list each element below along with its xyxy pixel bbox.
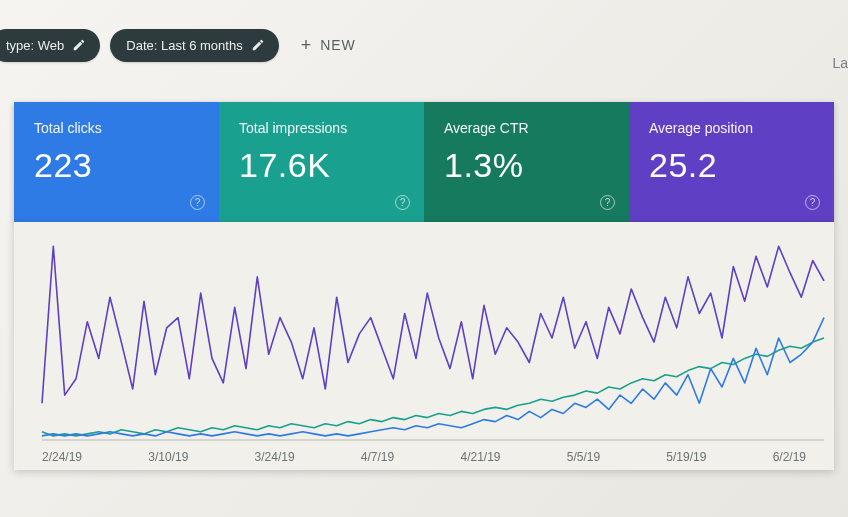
- x-tick: 2/24/19: [42, 450, 82, 464]
- metric-value: 1.3%: [444, 146, 609, 185]
- x-tick: 6/2/19: [773, 450, 806, 464]
- new-filter-button[interactable]: + NEW: [289, 28, 368, 62]
- metric-label: Total impressions: [239, 120, 404, 136]
- filter-chip-type[interactable]: type: Web: [0, 29, 100, 62]
- help-icon[interactable]: ?: [190, 195, 205, 210]
- metrics-row: Total clicks 223 ? Total impressions 17.…: [14, 102, 834, 222]
- edit-icon: [251, 38, 265, 52]
- edit-icon: [72, 38, 86, 52]
- metric-label: Average position: [649, 120, 814, 136]
- metric-value: 17.6K: [239, 146, 404, 185]
- truncated-label: La: [832, 55, 848, 71]
- chip-label: type: Web: [6, 38, 64, 53]
- help-icon[interactable]: ?: [805, 195, 820, 210]
- metric-card-total-clicks[interactable]: Total clicks 223 ?: [14, 102, 219, 222]
- help-icon[interactable]: ?: [395, 195, 410, 210]
- plus-icon: +: [301, 36, 313, 54]
- metric-card-average-position[interactable]: Average position 25.2 ?: [629, 102, 834, 222]
- help-icon[interactable]: ?: [600, 195, 615, 210]
- metric-label: Total clicks: [34, 120, 199, 136]
- performance-chart: 2/24/193/10/193/24/194/7/194/21/195/5/19…: [14, 222, 834, 470]
- metric-card-average-ctr[interactable]: Average CTR 1.3% ?: [424, 102, 629, 222]
- filter-chip-date[interactable]: Date: Last 6 months: [110, 29, 278, 62]
- chart-x-axis: 2/24/193/10/193/24/194/7/194/21/195/5/19…: [14, 450, 834, 464]
- chart-canvas: [14, 222, 834, 470]
- x-tick: 4/21/19: [460, 450, 500, 464]
- metric-value: 223: [34, 146, 199, 185]
- metric-value: 25.2: [649, 146, 814, 185]
- metric-label: Average CTR: [444, 120, 609, 136]
- x-tick: 4/7/19: [361, 450, 394, 464]
- x-tick: 3/10/19: [148, 450, 188, 464]
- x-tick: 5/19/19: [666, 450, 706, 464]
- metric-card-total-impressions[interactable]: Total impressions 17.6K ?: [219, 102, 424, 222]
- series-total-clicks: [42, 318, 824, 436]
- new-label: NEW: [320, 37, 356, 53]
- series-total-impressions: [42, 338, 824, 436]
- x-tick: 3/24/19: [255, 450, 295, 464]
- x-tick: 5/5/19: [567, 450, 600, 464]
- chip-label: Date: Last 6 months: [126, 38, 242, 53]
- filter-toolbar: type: Web Date: Last 6 months + NEW: [0, 0, 848, 62]
